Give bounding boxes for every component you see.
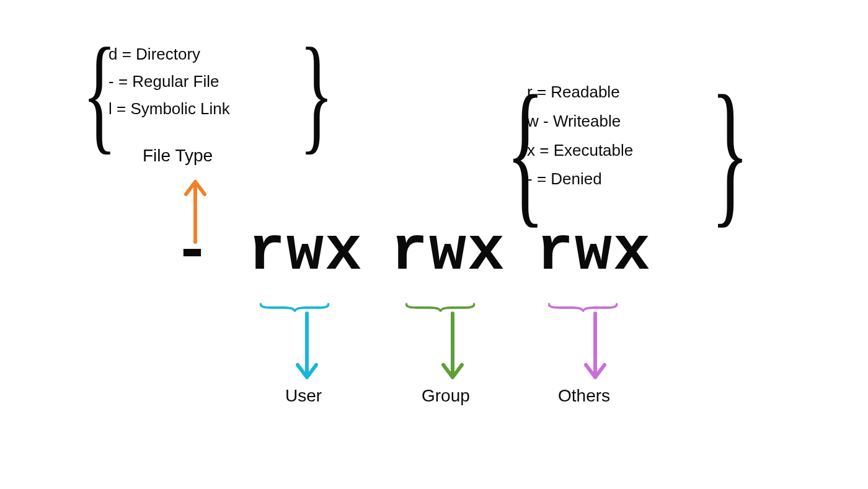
left-brace-close: } <box>299 19 334 168</box>
diagram-canvas: { } d = Directory - = Regular File l = S… <box>0 0 868 489</box>
perm-group-triplet: rwx <box>391 217 506 287</box>
legend-line: d = Directory <box>108 40 294 68</box>
legend-line: x = Executable <box>527 136 713 165</box>
file-type-legend: d = Directory - = Regular File l = Symbo… <box>108 40 294 123</box>
legend-line: l = Symbolic Link <box>108 95 294 122</box>
label-user: User <box>285 386 322 406</box>
filetype-char: - <box>174 217 212 287</box>
arrow-others <box>580 310 611 382</box>
label-group: Group <box>422 386 470 406</box>
perm-others-triplet: rwx <box>536 217 652 287</box>
legend-line: r = Readable <box>527 78 713 107</box>
right-brace-close: } <box>711 59 749 244</box>
perm-user-triplet: rwx <box>248 217 363 287</box>
legend-line: w - Writeable <box>527 107 713 136</box>
label-others: Others <box>558 386 610 406</box>
arrow-group <box>437 310 468 382</box>
legend-line: - = Regular File <box>108 68 294 95</box>
arrow-user <box>291 310 322 382</box>
file-type-label: File Type <box>143 146 213 166</box>
permission-legend: r = Readable w - Writeable x = Executabl… <box>527 78 713 194</box>
legend-line: - = Denied <box>527 164 713 194</box>
